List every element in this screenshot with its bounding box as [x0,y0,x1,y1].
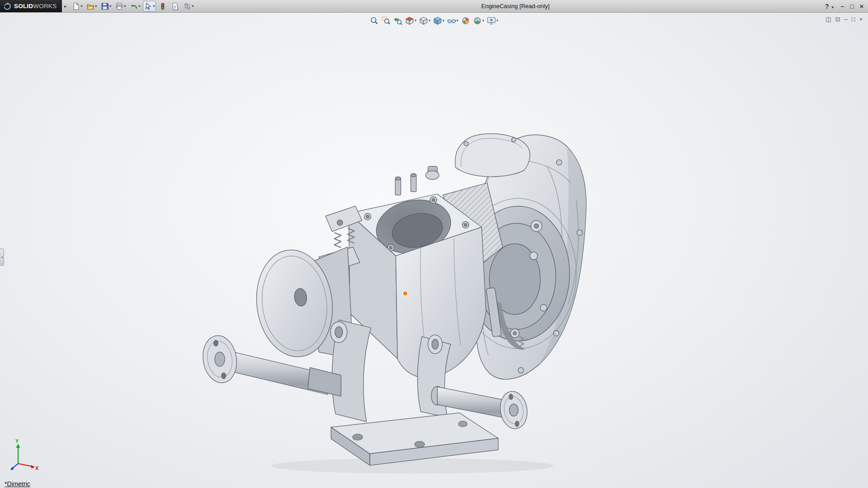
new-window-icon: ⊡ [835,16,840,23]
titlebar: SOLIDWORKS ▸ ▾▾▾▾▾▾▾ EngineCasing [Read-… [0,0,868,13]
select-button[interactable]: ▾ [143,1,156,12]
triad-x-arrow [31,465,35,469]
edit-appearance-button[interactable] [461,16,471,26]
select-icon [144,2,152,10]
options-dropdown-caret-icon[interactable]: ▾ [192,5,193,8]
doc-minimize-button[interactable]: – [844,15,847,23]
tile-window-button[interactable]: ◫ [826,15,831,23]
model-flange-right-hub [509,404,519,416]
model-studs [395,174,416,195]
new-button[interactable]: ▾ [71,1,84,12]
triad-x-label: X [35,465,39,471]
model-flange-left-hub [215,352,225,366]
zoom-to-area-icon [382,16,391,25]
file-properties-icon [171,2,179,10]
tile-window-icon: ◫ [826,16,831,23]
print-icon [115,2,123,10]
graphics-viewport[interactable]: ▾▾▾▾▾▾ ◫⊡–□× ◂ Y X *Dimetric [0,13,868,488]
solidworks-logo-icon [3,2,11,10]
headsup-view-toolbar: ▾▾▾▾▾▾ [369,16,499,26]
model-top-cover[interactable] [455,134,530,177]
save-icon [101,2,109,10]
section-view-button[interactable]: ▾ [405,16,417,26]
print-button[interactable]: ▾ [114,1,127,12]
display-style-icon [433,16,442,25]
open-icon [86,2,94,10]
new-icon [72,2,80,10]
featuremanager-collapse-handle[interactable]: ◂ [0,249,4,266]
hide-show-items-dropdown-caret-icon[interactable]: ▾ [457,19,458,23]
doc-restore-button[interactable]: □ [852,15,855,23]
previous-view-button[interactable] [393,16,403,26]
rebuild-icon [159,2,167,10]
save-dropdown-caret-icon[interactable]: ▾ [109,5,111,8]
view-settings-button[interactable]: ▾ [486,16,499,26]
collapse-arrow-icon: ◂ [1,255,3,259]
brand-text: SOLIDWORKS [14,3,57,9]
zoom-to-fit-button[interactable] [369,16,379,26]
minimize-button[interactable]: – [841,2,844,10]
model-cover-bolt [464,141,468,146]
engine-casing-model[interactable] [0,13,868,488]
view-settings-dropdown-caret-icon[interactable]: ▾ [496,19,498,23]
view-orientation-button[interactable]: ▾ [419,16,431,26]
file-properties-button[interactable] [170,1,180,12]
undo-dropdown-caret-icon[interactable]: ▾ [138,5,140,8]
maximize-button[interactable]: □ [850,2,854,10]
doc-close-button[interactable]: × [859,15,863,23]
display-style-dropdown-caret-icon[interactable]: ▾ [443,19,444,23]
window-controls: ?▾–□× [825,0,863,13]
doc-minimize-icon: – [844,16,847,23]
section-view-dropdown-caret-icon[interactable]: ▾ [415,19,416,23]
help-menu-caret-icon: ▾ [832,5,834,9]
apply-scene-icon [473,16,482,25]
doc-close-icon: × [859,16,863,23]
open-button[interactable]: ▾ [85,1,98,12]
model-selection-marker[interactable] [403,291,408,296]
view-orientation-label: *Dimetric [5,480,30,488]
minimize-icon: – [841,3,844,10]
apply-scene-dropdown-caret-icon[interactable]: ▾ [482,19,484,23]
main-toolbar: ▾▾▾▾▾▾▾ [71,0,195,12]
help-icon: ? [825,3,829,10]
maximize-icon: □ [850,3,854,10]
view-settings-icon [487,16,496,25]
save-button[interactable]: ▾ [99,1,113,12]
select-dropdown-caret-icon[interactable]: ▾ [153,5,155,8]
undo-icon [130,2,138,10]
display-style-button[interactable]: ▾ [433,16,445,26]
close-icon: × [860,3,863,10]
undo-button[interactable]: ▾ [128,1,142,12]
hide-show-items-button[interactable]: ▾ [447,16,459,26]
window-title: EngineCasing [Read-only] [481,0,549,13]
view-orientation-dropdown-caret-icon[interactable]: ▾ [429,19,430,23]
triad-y-arrow [16,444,20,448]
rebuild-button[interactable] [157,1,168,12]
menu-expand-arrow-icon[interactable]: ▸ [62,4,69,9]
previous-view-icon [393,16,402,25]
options-icon [183,2,191,10]
close-button[interactable]: × [860,2,863,10]
new-window-button[interactable]: ⊡ [835,15,840,23]
triad-z-axis [13,464,18,468]
document-window-controls: ◫⊡–□× [826,15,863,23]
view-orientation-icon [419,16,428,25]
doc-restore-icon: □ [852,16,855,23]
solidworks-logo: SOLIDWORKS [0,0,62,12]
edit-appearance-icon [461,16,470,25]
model-cover-bolt [511,137,516,142]
orientation-triad: Y X [5,439,43,477]
hide-show-items-icon [447,16,456,25]
triad-x-axis [18,464,32,466]
help-button[interactable]: ? [825,2,829,10]
apply-scene-button[interactable]: ▾ [472,16,485,26]
zoom-to-area-button[interactable] [381,16,391,26]
new-dropdown-caret-icon[interactable]: ▾ [80,5,82,8]
print-dropdown-caret-icon[interactable]: ▾ [124,5,126,8]
open-dropdown-caret-icon[interactable]: ▾ [95,5,97,8]
triad-y-label: Y [15,439,19,444]
model-filler-cap[interactable] [426,171,439,180]
options-button[interactable]: ▾ [182,1,195,12]
section-view-icon [405,16,414,25]
zoom-to-fit-icon [370,16,379,25]
